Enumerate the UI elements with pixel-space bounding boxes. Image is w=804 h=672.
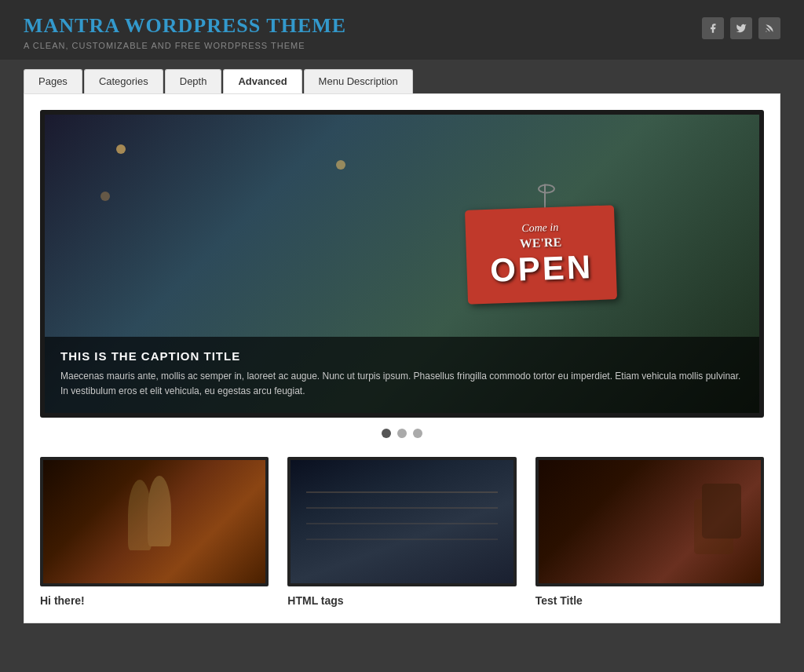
svg-point-0 (766, 31, 766, 32)
main-content: Come in WE'RE OPEN This is the Caption T… (24, 93, 780, 623)
site-header: Mantra WordPress Theme A Clean, Customiz… (0, 0, 804, 60)
post-card-3: Test Title (535, 457, 764, 607)
post-thumbnail-3 (535, 457, 764, 586)
tab-menu-description[interactable]: Menu Description (304, 69, 413, 93)
post-thumbnail-2 (287, 457, 516, 586)
post-title-3[interactable]: Test Title (535, 594, 764, 607)
tab-depth[interactable]: Depth (165, 69, 222, 93)
post-title-1[interactable]: Hi there! (40, 594, 269, 607)
hero-image: Come in WE'RE OPEN This is the Caption T… (45, 115, 759, 413)
sign-come-in-text: Come in (521, 221, 559, 236)
decorative-lights (116, 144, 126, 154)
twitter-icon[interactable] (730, 17, 752, 39)
site-branding: Mantra WordPress Theme A Clean, Customiz… (24, 14, 346, 50)
facebook-icon[interactable] (702, 17, 724, 39)
sign-open-text: OPEN (489, 248, 594, 290)
tab-advanced[interactable]: Advanced (223, 69, 302, 93)
site-title: Mantra WordPress Theme (24, 14, 346, 38)
slider-dot-3[interactable] (413, 429, 422, 438)
hero-slider: Come in WE'RE OPEN This is the Caption T… (40, 110, 764, 418)
hero-caption: This is the Caption Title Maecenas mauri… (45, 337, 759, 413)
slider-dots (40, 418, 764, 443)
sign-body: Come in WE'RE OPEN (465, 205, 617, 305)
post-card-1: Hi there! (40, 457, 269, 607)
site-tagline: A Clean, Customizable and Free WordPress… (24, 41, 346, 50)
sign-were-text: WE'RE (520, 236, 562, 251)
post-thumbnail-1 (40, 457, 269, 586)
nav-tabs-bar: Pages Categories Depth Advanced Menu Des… (0, 60, 804, 93)
slider-dot-2[interactable] (397, 429, 407, 438)
hero-caption-text: Maecenas mauris ante, mollis ac semper i… (60, 369, 744, 399)
post-card-2: HTML tags (287, 457, 516, 607)
post-grid: Hi there! HTML tags Test Title (40, 457, 764, 607)
hero-caption-title: This is the Caption Title (60, 349, 744, 363)
post-title-2[interactable]: HTML tags (287, 594, 516, 607)
slider-dot-1[interactable] (382, 429, 391, 438)
tab-pages[interactable]: Pages (24, 69, 82, 93)
rss-icon[interactable] (758, 17, 780, 39)
open-sign: Come in WE'RE OPEN (466, 208, 623, 310)
social-icons-group (702, 17, 780, 39)
tab-categories[interactable]: Categories (84, 69, 163, 93)
